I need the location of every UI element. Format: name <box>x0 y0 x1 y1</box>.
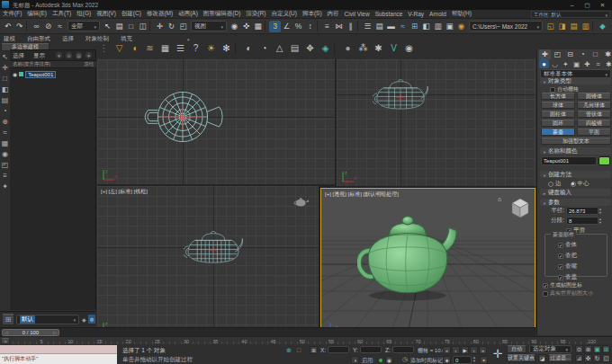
layout-preset-dropdown[interactable]: 默认 <box>16 315 79 324</box>
reference-coordinate-dropdown[interactable]: 视图 <box>191 21 227 31</box>
ribbon-tab[interactable]: 选择 <box>62 35 74 43</box>
diamond-icon[interactable]: ◆ <box>82 316 86 323</box>
render-production-teapot-icon[interactable]: ◉ <box>455 21 467 32</box>
teapot-top-view-wireframe[interactable] <box>141 82 224 152</box>
viewport-label[interactable]: [+] [透视] [标准] [默认明暗处理] <box>325 191 399 199</box>
select-and-link-icon[interactable]: ∞ <box>31 21 42 32</box>
close-button[interactable]: ✕ <box>595 0 610 10</box>
pan-hand-icon[interactable]: ✥ <box>303 41 317 55</box>
selection-filter-dropdown[interactable]: 全部 <box>68 21 100 31</box>
mirror-icon[interactable]: ⋈ <box>333 21 345 32</box>
teapot-front-view-wireframe[interactable] <box>373 77 428 111</box>
zoom-all-icon[interactable]: ⊚ <box>584 345 592 353</box>
maxscript-mini-listener[interactable]: "执行脚本动手" <box>0 354 117 364</box>
ribbon-tab[interactable]: 自由形式 <box>27 35 50 43</box>
material-editor-icon[interactable]: ◧ <box>420 21 432 32</box>
help-icon[interactable]: ? <box>189 41 202 55</box>
viewport-front[interactable]: xz <box>337 59 536 186</box>
rectangular-selection-icon[interactable]: □ <box>125 21 137 32</box>
explorer-tab[interactable]: 显示 <box>33 52 45 60</box>
menu-item[interactable]: 渲染(R) <box>246 10 266 18</box>
set-keys-big-icon[interactable]: ✛ <box>490 345 505 362</box>
z-field[interactable] <box>392 346 414 353</box>
menu-item[interactable]: 帮助(H) <box>452 10 472 18</box>
column-frozen[interactable]: 冻结 <box>84 61 94 67</box>
select-and-scale-icon[interactable]: ◰ <box>177 21 189 32</box>
teapot-part-checkbox[interactable]: 壶盖 <box>558 273 607 281</box>
time-slider-track[interactable]: ◁ 0 / 100 ▷ <box>0 327 536 336</box>
export-content-icon[interactable]: ▥ <box>580 21 591 32</box>
teapot-shaded[interactable] <box>357 210 458 302</box>
layers-icon[interactable]: ▤ <box>288 41 302 55</box>
plus-tool-icon[interactable]: ⊕ <box>0 117 10 127</box>
toggle-layer-explorer-icon[interactable]: ▤ <box>374 21 385 32</box>
toolbar-separator[interactable] <box>357 21 361 31</box>
object-name[interactable]: Teapot001 <box>25 71 56 78</box>
gear-icon[interactable]: ✱ <box>372 41 385 55</box>
pan-view-icon[interactable]: ✜ <box>584 354 592 362</box>
pyramid-icon[interactable]: △ <box>273 41 286 55</box>
menu-item[interactable]: 创建(C) <box>122 10 141 18</box>
ribbon-tab[interactable]: 建模 <box>4 35 15 43</box>
primitive-button[interactable]: 长方体 <box>541 93 575 100</box>
toolbar-separator[interactable] <box>317 21 320 31</box>
render-setup-icon[interactable]: ▥ <box>432 21 444 32</box>
vray-icon[interactable]: V <box>387 41 400 55</box>
primitive-button[interactable]: 茶壶 <box>541 129 575 136</box>
snowflake-icon[interactable]: ✻ <box>220 41 233 55</box>
rollout-creation-method[interactable]: 创建方法 <box>540 171 611 178</box>
pie-chart-icon[interactable]: ◔ <box>257 41 271 55</box>
named-selection-sets-icon[interactable]: ≡ <box>321 21 333 32</box>
toolbar-separator[interactable] <box>149 21 153 31</box>
viewport-left[interactable]: [+] [左] [标准] [线框] <box>97 186 319 337</box>
flag-set-icon[interactable]: ≋ <box>143 41 157 55</box>
percent-snap-icon[interactable]: % <box>292 21 304 32</box>
prev-frame-arrow-icon[interactable]: ◁ <box>4 330 8 335</box>
select-and-manipulate-icon[interactable]: ✜ <box>240 21 252 32</box>
filters-button[interactable]: 过滤器... <box>548 354 572 362</box>
menu-item[interactable]: Substance <box>375 11 403 17</box>
star-tool-icon[interactable]: ✦ <box>0 182 10 191</box>
time-slider-handle[interactable]: ◁ 0 / 100 ▷ <box>2 329 59 336</box>
primitive-button[interactable]: 圆锥体 <box>577 93 611 100</box>
schematic-view-icon[interactable]: ⊞ <box>409 21 420 32</box>
menu-item[interactable]: 修改器(M) <box>147 10 173 18</box>
toolbar-separator[interactable] <box>334 42 339 55</box>
sun-light-icon[interactable]: ☀ <box>204 41 218 55</box>
viewport-perspective[interactable]: [+] [透视] [标准] [默认明暗处理] ⌂ <box>320 188 536 337</box>
explorer-find-icon[interactable]: ⊙ <box>65 51 73 59</box>
adaptive-degradation-icon[interactable]: ◑ <box>351 356 359 364</box>
maximize-viewport-icon[interactable]: ◱ <box>602 354 610 362</box>
space-warps-category-icon[interactable]: ≈ <box>593 59 603 68</box>
menu-item[interactable]: 内容 <box>328 10 339 18</box>
geometry-category-icon[interactable]: ● <box>539 59 549 68</box>
modify-tab-icon[interactable]: ◰ <box>552 49 563 59</box>
play-icon[interactable]: ▶ <box>461 346 469 354</box>
isolate-selection-icon[interactable]: ⊕ <box>286 347 292 354</box>
toggle-icon[interactable]: ◉ <box>385 356 393 364</box>
angle-snap-icon[interactable]: ∠ <box>281 21 292 32</box>
select-by-name-icon[interactable]: ▤ <box>113 21 125 32</box>
viewport-label[interactable]: [+] [左] [标准] [线框] <box>101 188 148 196</box>
primitive-button[interactable]: 管状体 <box>577 111 611 118</box>
menu-item[interactable]: Arnold <box>429 11 446 17</box>
key-mode-toggle-icon[interactable]: ◈ <box>443 356 451 364</box>
import-content-icon[interactable]: ▤ <box>568 21 580 32</box>
cameras-category-icon[interactable]: ▣ <box>572 59 581 68</box>
small-teapot-object[interactable] <box>293 197 310 208</box>
pie-tool-icon[interactable]: ◔ <box>0 106 10 116</box>
drag-handle-icon[interactable]: ⋮ <box>97 41 111 55</box>
column-name[interactable]: 名称(按升序排序) <box>13 61 50 67</box>
menu-item[interactable]: 组(G) <box>76 10 91 18</box>
explorer-tab[interactable]: 选择 <box>13 52 24 60</box>
select-and-rotate-icon[interactable]: ↻ <box>166 21 177 32</box>
curve-editor-icon[interactable]: ≈ <box>397 21 409 32</box>
move-tool-icon[interactable]: ✛ <box>0 63 10 73</box>
edge-radio[interactable]: 边 <box>548 180 562 188</box>
keyboard-shortcut-override-icon[interactable]: ▦ <box>252 21 264 32</box>
lights-category-icon[interactable]: ✦ <box>561 59 571 68</box>
selection-lock-icon[interactable]: □ <box>297 347 301 353</box>
y-field[interactable] <box>360 346 382 353</box>
select-object-icon[interactable]: ↖ <box>102 21 113 32</box>
open-project-folder-icon[interactable]: ◱ <box>544 21 556 32</box>
